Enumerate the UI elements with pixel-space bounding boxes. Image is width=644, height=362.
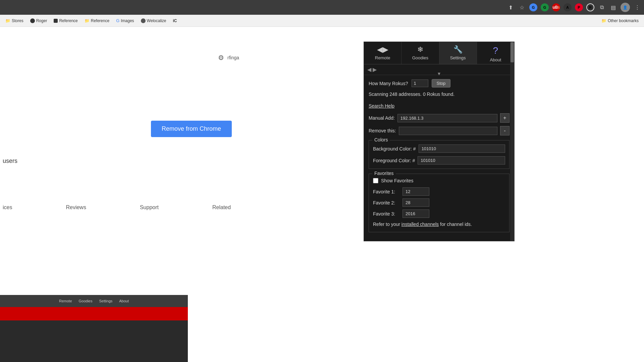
thumb-tab-goodies[interactable]: Goodies — [79, 299, 93, 303]
roku-count-row: How Many Rokus? Stop — [369, 79, 509, 87]
bookmark-reference-1[interactable]: Reference — [51, 17, 80, 24]
fav3-input[interactable] — [402, 209, 429, 218]
thumbnail-toolbar: Remote Goodies Settings About — [0, 295, 188, 307]
bottom-thumbnail: Remote Goodies Settings About — [0, 295, 188, 362]
thumb-tab-remote[interactable]: Remote — [59, 299, 72, 303]
settings-text: rfinga — [227, 55, 239, 60]
bookmark-roger[interactable]: Roger — [28, 17, 50, 24]
page-content: ⚙ rfinga Remove from Chrome users ices R… — [0, 27, 644, 362]
nav-back-icon[interactable]: ◀ — [367, 66, 371, 73]
bg-color-label: Background Color: # — [373, 146, 416, 152]
fav1-input[interactable] — [402, 187, 429, 196]
fav2-label: Favorite 2: — [373, 200, 400, 205]
bookmark-reference-2[interactable]: 📁 Reference — [82, 17, 112, 24]
remote-icon: ◀▶ — [377, 45, 388, 54]
chrome-toolbar: ⬆ ☆ G G uB1 A P R ⧉ ▤ 👤 ⋮ — [0, 0, 644, 15]
colors-legend: Colors — [372, 137, 390, 142]
manual-add-input[interactable] — [397, 114, 497, 122]
goodies-icon: ❄ — [417, 45, 423, 54]
star-icon[interactable]: ☆ — [518, 3, 526, 11]
bookmark-other[interactable]: 📁 Other bookmarks — [599, 17, 641, 24]
remove-this-label: Remove this: — [369, 128, 396, 133]
pinterest-icon[interactable]: P — [575, 3, 583, 11]
bg-color-input[interactable] — [419, 144, 505, 153]
nav-forward-icon[interactable]: ▶ — [373, 66, 377, 73]
popup-tabs: ◀▶ Remote ❄ Goodies 🔧 Settings ? About — [364, 42, 514, 64]
thumb-tab-settings[interactable]: Settings — [99, 299, 113, 303]
sidebar-icon[interactable]: ▤ — [609, 3, 617, 11]
show-favorites-checkbox[interactable] — [373, 178, 378, 183]
tab-related[interactable]: Related — [212, 204, 231, 213]
manual-add-row: Manual Add: + — [369, 113, 509, 123]
translate-icon[interactable]: A — [564, 3, 572, 11]
popup-tab-settings[interactable]: 🔧 Settings — [439, 42, 477, 64]
avatar-icon[interactable]: 👤 — [621, 3, 630, 12]
bg-color-row: Background Color: # — [373, 144, 505, 153]
roku-count-input[interactable] — [412, 79, 428, 87]
popup-content: How Many Rokus? Stop Scanning 248 addres… — [364, 75, 514, 241]
manual-add-button[interactable]: + — [500, 113, 509, 123]
google-ext-icon[interactable]: G — [529, 3, 537, 11]
nav-arrows: ◀ ▶ ▾ — [364, 64, 514, 75]
ublock-icon[interactable]: uB1 — [552, 3, 560, 11]
remove-from-chrome-button[interactable]: Remove from Chrome — [151, 121, 232, 137]
rokubeam-icon[interactable]: R — [586, 3, 594, 11]
fav2-input[interactable] — [402, 198, 429, 207]
fg-color-label: Foreground Color: # — [373, 158, 415, 163]
grammarly-icon[interactable]: G — [541, 3, 549, 11]
extensions-icon[interactable]: ⧉ — [598, 3, 606, 11]
fav1-row: Favorite 1: — [373, 187, 505, 196]
nav-down-icon[interactable]: ▾ — [438, 70, 440, 77]
fav2-row: Favorite 2: — [373, 198, 505, 207]
remove-this-row: Remove this: - — [369, 126, 509, 135]
scroll-thumb[interactable] — [511, 42, 514, 62]
favorites-legend: Favorites — [372, 171, 396, 176]
popup-tab-about[interactable]: ? About — [477, 42, 514, 64]
favorites-section: Favorites Show Favorites Favorite 1: Fav… — [369, 174, 509, 232]
users-label: users — [0, 158, 17, 165]
bookmark-welocalize[interactable]: Welocalize — [138, 17, 169, 24]
remove-this-button[interactable]: - — [500, 126, 509, 135]
tab-ices[interactable]: ices — [3, 204, 12, 213]
popup-tab-goodies[interactable]: ❄ Goodies — [401, 42, 439, 64]
settings-icon: 🔧 — [453, 45, 463, 54]
popup-scrollbar[interactable] — [510, 42, 514, 241]
share-icon[interactable]: ⬆ — [506, 3, 515, 11]
fav3-row: Favorite 3: — [373, 209, 505, 218]
manual-add-label: Manual Add: — [369, 115, 395, 121]
settings-area: ⚙ rfinga — [218, 54, 239, 62]
refer-text: Refer to your installed channels for cha… — [373, 221, 505, 228]
fg-color-row: Foreground Color: # — [373, 156, 505, 165]
page-nav-tabs: ices Reviews Support Related — [0, 204, 231, 213]
colors-section: Colors Background Color: # Foreground Co… — [369, 140, 509, 169]
show-favorites-label: Show Favorites — [381, 178, 413, 183]
roku-count-label: How Many Rokus? — [369, 81, 408, 86]
scanning-text: Scanning 248 addresses. 0 Rokus found. — [369, 91, 509, 98]
bookmark-images[interactable]: G Images — [113, 17, 137, 24]
show-favorites-row: Show Favorites — [373, 178, 505, 183]
remove-btn-area: Remove from Chrome — [151, 121, 232, 137]
bookmark-stores[interactable]: 📁 Stores — [3, 17, 26, 24]
tab-reviews[interactable]: Reviews — [66, 204, 86, 213]
tab-support[interactable]: Support — [140, 204, 159, 213]
remove-this-input[interactable] — [399, 127, 497, 135]
popup-tab-remote[interactable]: ◀▶ Remote — [364, 42, 401, 64]
toolbar-icons: ⬆ ☆ G G uB1 A P R ⧉ ▤ 👤 ⋮ — [506, 3, 641, 12]
search-help-link[interactable]: Search Help — [369, 103, 509, 109]
thumbnail-red-bar — [0, 307, 188, 320]
about-icon: ? — [493, 45, 498, 56]
bookmark-ic[interactable]: iC — [170, 17, 179, 24]
fav3-label: Favorite 3: — [373, 211, 400, 217]
bookmarks-bar: 📁 Stores Roger Reference 📁 Reference G I… — [0, 15, 644, 27]
settings-gear-icon[interactable]: ⚙ — [218, 54, 224, 62]
thumb-tab-about[interactable]: About — [119, 299, 129, 303]
fav1-label: Favorite 1: — [373, 189, 400, 194]
stop-button[interactable]: Stop — [432, 79, 451, 87]
fg-color-input[interactable] — [418, 156, 505, 165]
more-icon[interactable]: ⋮ — [633, 3, 641, 11]
installed-channels-link[interactable]: installed channels — [401, 222, 439, 227]
popup-panel: ◀▶ Remote ❄ Goodies 🔧 Settings ? About ◀… — [364, 42, 515, 241]
